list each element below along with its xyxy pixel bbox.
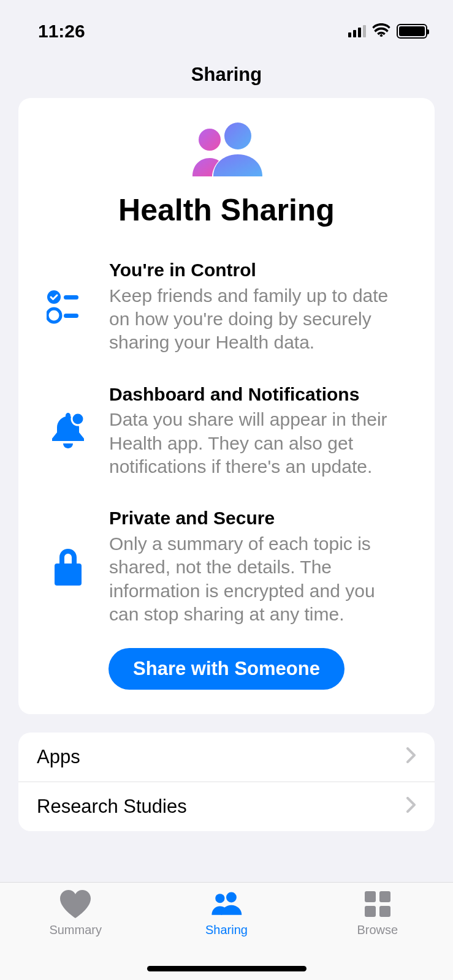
tab-bar: Summary Sharing Browse [0,882,453,980]
svg-rect-12 [365,906,376,917]
svg-rect-10 [365,891,376,902]
tab-label: Sharing [205,923,248,937]
svg-rect-13 [379,906,390,917]
status-bar: 11:26 [0,0,453,49]
feature-desc: Data you share will appear in their Heal… [109,408,408,478]
list-item-research[interactable]: Research Studies [18,782,435,831]
other-list: Apps Research Studies [18,733,435,831]
lock-icon [45,546,91,587]
tab-label: Browse [357,923,398,937]
feature-private: Private and Secure Only a summary of eac… [37,507,416,626]
people-icon [37,123,416,181]
svg-rect-7 [55,564,82,586]
battery-icon [397,24,427,39]
status-time: 11:26 [38,21,85,42]
svg-rect-11 [379,891,390,902]
list-item-label: Research Studies [37,796,187,818]
svg-rect-5 [64,314,78,318]
heart-icon [59,890,92,921]
share-button[interactable]: Share with Someone [108,648,345,690]
chevron-right-icon [406,796,416,817]
list-item-apps[interactable]: Apps [18,733,435,782]
feature-desc: Keep friends and family up to date on ho… [109,284,408,355]
chevron-right-icon [406,747,416,767]
feature-title: Dashboard and Notifications [109,383,408,406]
svg-point-1 [224,123,251,149]
health-sharing-card: Health Sharing You're in Control Keep fr… [18,98,435,714]
page-title: Sharing [0,64,453,86]
svg-point-4 [47,309,61,322]
svg-point-9 [226,892,237,903]
grid-icon [361,890,394,921]
feature-control: You're in Control Keep friends and famil… [37,258,416,355]
svg-rect-3 [64,295,78,300]
status-icons [348,23,427,39]
svg-point-8 [216,894,225,903]
cellular-icon [348,25,366,37]
toggles-icon [45,288,91,324]
wifi-icon [372,23,390,39]
feature-title: Private and Secure [109,507,408,530]
svg-point-0 [199,129,221,151]
tab-browse[interactable]: Browse [302,890,453,980]
bell-icon [45,410,91,451]
tab-label: Summary [49,923,102,937]
list-item-label: Apps [37,746,80,768]
feature-dashboard: Dashboard and Notifications Data you sha… [37,383,416,479]
home-indicator[interactable] [147,966,306,971]
people-icon [210,890,243,921]
feature-title: You're in Control [109,258,408,282]
feature-desc: Only a summary of each topic is shared, … [109,532,408,627]
svg-point-6 [72,413,84,425]
hero-title: Health Sharing [37,192,416,228]
tab-summary[interactable]: Summary [0,890,151,980]
